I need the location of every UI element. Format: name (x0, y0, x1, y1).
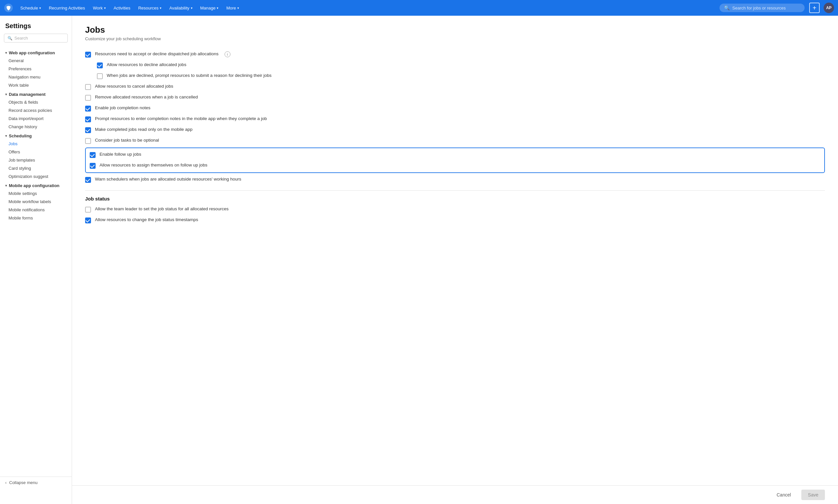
global-search[interactable]: 🔍 Search for jobs or resources (719, 4, 805, 12)
sidebar-item-jobs[interactable]: Jobs (0, 140, 72, 148)
section-divider (85, 190, 825, 191)
checkbox-row-cb2: Allow resources to decline allocated job… (97, 60, 825, 71)
chevron-down-icon: ▾ (237, 6, 239, 10)
chevron-down-icon: ▾ (191, 6, 192, 10)
checkbox-row-cb11: Allow resources to assign themselves on … (90, 160, 820, 171)
sidebar-section-web-app[interactable]: ▾ Web app configuration (0, 48, 72, 57)
checkbox-row-cbs2: Allow resources to change the job status… (85, 215, 825, 226)
collapse-menu-button[interactable]: ‹ Collapse menu (0, 476, 72, 488)
checkbox-cbs1[interactable] (85, 207, 91, 213)
sidebar-search[interactable]: 🔍 Search (4, 34, 68, 42)
checkbox-cb4[interactable] (85, 84, 91, 90)
chevron-down-icon: ▾ (217, 6, 219, 10)
checkbox-cb8[interactable] (85, 127, 91, 133)
checkbox-cb3[interactable] (97, 73, 103, 79)
sidebar-section-scheduling[interactable]: ▾ Scheduling (0, 131, 72, 140)
save-button[interactable]: Save (801, 490, 825, 500)
info-icon-cb1[interactable]: i (225, 51, 230, 57)
checkbox-row-cbs1: Allow the team leader to set the job sta… (85, 204, 825, 215)
sidebar-item-mobile-settings[interactable]: Mobile settings (0, 190, 72, 198)
chevron-icon: ▾ (5, 93, 7, 96)
nav-activities[interactable]: Activities (110, 4, 134, 13)
checkbox-row-cb5: Remove allocated resources when a job is… (85, 92, 825, 103)
sidebar-item-job-templates[interactable]: Job templates (0, 156, 72, 164)
sidebar-item-mobile-notifications[interactable]: Mobile notifications (0, 206, 72, 214)
checkbox-row-cb6: Enable job completion notes (85, 103, 825, 114)
sidebar-item-mobile-workflow-labels[interactable]: Mobile workflow labels (0, 198, 72, 206)
checkbox-cb10[interactable] (90, 152, 95, 158)
checkbox-cb11[interactable] (90, 163, 95, 169)
chevron-down-icon: ▾ (39, 6, 41, 10)
checkbox-cb2[interactable] (97, 62, 103, 68)
search-icon: 🔍 (7, 36, 13, 40)
top-navigation: Schedule ▾ Recurring Activities Work ▾ A… (0, 0, 838, 16)
nav-availability[interactable]: Availability ▾ (166, 4, 195, 13)
sidebar-item-card-styling[interactable]: Card styling (0, 164, 72, 173)
checkbox-row-cb8: Make completed jobs read only on the mob… (85, 125, 825, 136)
sidebar-item-preferences[interactable]: Preferences (0, 65, 72, 73)
sidebar-item-general[interactable]: General (0, 57, 72, 65)
user-avatar[interactable]: AP (824, 3, 834, 13)
sidebar-item-optimization-suggest[interactable]: Optimization suggest (0, 173, 72, 181)
checkbox-cb1[interactable] (85, 52, 91, 57)
search-icon: 🔍 (724, 5, 730, 11)
checkbox-cb12[interactable] (85, 177, 91, 183)
sidebar-section-mobile-app[interactable]: ▾ Mobile app configuration (0, 181, 72, 190)
chevron-down-icon: ▾ (160, 6, 161, 10)
checkbox-cbs2[interactable] (85, 217, 91, 223)
nav-recurring-activities[interactable]: Recurring Activities (46, 4, 88, 13)
sidebar-item-navigation-menu[interactable]: Navigation menu (0, 73, 72, 81)
chevron-icon: ▾ (5, 51, 7, 55)
logo[interactable] (4, 3, 13, 13)
chevron-icon: ▾ (5, 184, 7, 187)
chevron-down-icon: ▾ (104, 6, 106, 10)
job-status-section-title: Job status (85, 196, 825, 201)
page-subtitle: Customize your job scheduling workflow (85, 36, 825, 41)
sidebar-item-objects-fields[interactable]: Objects & fields (0, 98, 72, 106)
add-button[interactable]: + (809, 3, 820, 13)
nav-schedule[interactable]: Schedule ▾ (17, 4, 44, 13)
main-layout: Settings 🔍 Search ▾ Web app configuratio… (0, 16, 838, 504)
main-content: Jobs Customize your job scheduling workf… (72, 16, 838, 485)
checkbox-row-cb1: Resources need to accept or decline disp… (85, 49, 825, 60)
sidebar-item-record-access[interactable]: Record access policies (0, 106, 72, 114)
sidebar: Settings 🔍 Search ▾ Web app configuratio… (0, 16, 72, 504)
sidebar-item-data-import[interactable]: Data import/export (0, 114, 72, 123)
nav-more[interactable]: More ▾ (223, 4, 242, 13)
sidebar-item-offers[interactable]: Offers (0, 148, 72, 156)
page-title: Jobs (85, 25, 825, 35)
follow-up-jobs-highlight: Enable follow up jobs Allow resources to… (85, 147, 825, 173)
checkbox-row-cb9: Consider job tasks to be optional (85, 136, 825, 146)
nav-work[interactable]: Work ▾ (90, 4, 109, 13)
sidebar-item-mobile-forms[interactable]: Mobile forms (0, 214, 72, 222)
sidebar-section-data-management[interactable]: ▾ Data management (0, 89, 72, 98)
chevron-icon: ▾ (5, 134, 7, 138)
nav-manage[interactable]: Manage ▾ (197, 4, 222, 13)
checkbox-cb6[interactable] (85, 106, 91, 111)
checkbox-cb9[interactable] (85, 138, 91, 144)
bottom-bar: Cancel Save (72, 485, 838, 504)
checkbox-cb5[interactable] (85, 95, 91, 101)
checkbox-row-cb12: Warn schedulers when jobs are allocated … (85, 174, 825, 185)
checkbox-row-cb3: When jobs are declined, prompt resources… (97, 71, 825, 82)
checkbox-row-cb7: Prompt resources to enter completion not… (85, 114, 825, 125)
chevron-left-icon: ‹ (5, 481, 6, 485)
nav-resources[interactable]: Resources ▾ (135, 4, 165, 13)
sidebar-item-change-history[interactable]: Change history (0, 123, 72, 131)
checkbox-row-cb4: Allow resources to cancel allocated jobs (85, 82, 825, 92)
checkbox-row-cb10: Enable follow up jobs (90, 149, 820, 160)
cancel-button[interactable]: Cancel (770, 490, 798, 500)
sidebar-item-work-table[interactable]: Work table (0, 81, 72, 89)
sidebar-title: Settings (0, 16, 72, 34)
checkbox-cb7[interactable] (85, 116, 91, 122)
